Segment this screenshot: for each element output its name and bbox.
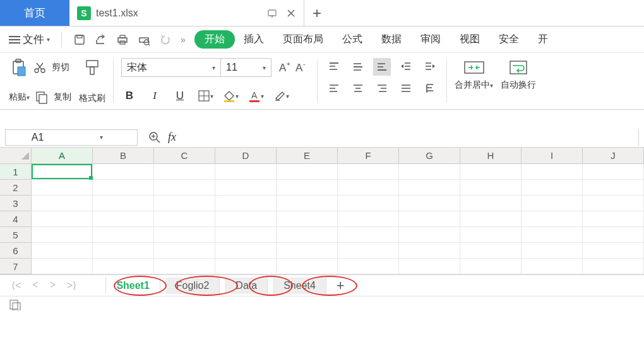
borders-button[interactable]: ▾ [197,88,213,104]
sheet-tab-1[interactable]: Sheet1 [105,278,160,294]
cell[interactable] [583,227,644,243]
name-box[interactable]: A1 ▾ [5,129,138,146]
paste-icon[interactable] [9,58,28,77]
cell[interactable] [338,196,399,211]
sheet-nav-first-icon[interactable]: ⟨< [11,279,21,291]
save-icon[interactable] [73,33,86,46]
sheet-tab-3[interactable]: Data [225,278,268,294]
cell[interactable] [277,259,338,274]
cell[interactable] [522,180,583,196]
cell[interactable] [460,164,522,180]
decrease-font-icon[interactable]: A- [293,59,309,76]
row-header[interactable]: 6 [0,243,32,259]
close-tab-icon[interactable] [286,8,296,18]
cell-grid[interactable]: A B C D E F G H I J 1 2 3 4 5 6 7 [0,148,644,274]
auto-wrap-button[interactable]: 自动换行 [501,58,536,104]
select-all-corner[interactable] [0,148,32,164]
cell[interactable] [215,180,277,196]
clear-format-button[interactable]: ▾ [273,88,289,104]
cell[interactable] [154,243,215,259]
cell[interactable] [277,164,338,180]
merge-center-button[interactable]: 合并居中▾ [455,58,493,104]
new-tab-button[interactable]: + [304,0,330,26]
cell[interactable] [399,164,460,180]
paste-label[interactable]: 粘贴▾ [9,91,30,103]
tab-page-layout[interactable]: 页面布局 [283,33,323,46]
cell[interactable] [154,164,215,180]
cell[interactable] [154,227,215,243]
column-header[interactable]: E [277,148,338,164]
cell[interactable] [32,196,93,211]
column-header[interactable]: J [583,148,644,164]
cell[interactable] [399,211,460,227]
cell[interactable] [93,196,154,211]
font-size-dropdown[interactable]: 11▾ [221,58,271,77]
copy-label[interactable]: 复制 [54,91,71,103]
column-header[interactable]: B [93,148,154,164]
column-header[interactable]: G [399,148,460,164]
align-middle-button[interactable] [349,58,367,76]
column-header[interactable]: F [338,148,399,164]
app-menu-button[interactable]: 文件 ▾ [9,32,50,47]
cell[interactable] [522,196,583,211]
cell[interactable] [338,211,399,227]
tab-review[interactable]: 审阅 [420,33,441,46]
bold-button[interactable]: B [121,88,138,104]
row-header[interactable]: 5 [0,227,32,243]
column-header[interactable]: I [522,148,583,164]
cell[interactable] [522,164,583,180]
align-left-button[interactable] [325,79,343,97]
cell[interactable] [32,211,93,227]
column-header[interactable]: H [460,148,522,164]
undo-icon[interactable] [159,33,172,46]
window-display-icon[interactable] [267,8,277,18]
row-header[interactable]: 1 [0,164,32,180]
cell[interactable] [154,259,215,274]
tab-security[interactable]: 安全 [499,33,519,46]
cell[interactable] [277,211,338,227]
cell[interactable] [215,259,277,274]
row-header[interactable]: 4 [0,211,32,227]
fill-color-button[interactable]: ▾ [222,88,239,104]
cut-icon[interactable] [33,61,47,74]
tab-data[interactable]: 数据 [381,33,402,46]
cell[interactable] [522,243,583,259]
decrease-indent-button[interactable] [397,58,415,76]
align-center-button[interactable] [349,79,367,97]
cell[interactable] [583,180,644,196]
cell[interactable] [93,164,154,180]
cell[interactable] [215,164,277,180]
tab-view[interactable]: 视图 [460,33,480,46]
cell[interactable] [522,227,583,243]
cell[interactable] [277,227,338,243]
row-header[interactable]: 3 [0,196,32,211]
cell[interactable] [93,211,154,227]
cell[interactable] [215,196,277,211]
cell[interactable] [522,259,583,274]
document-tab[interactable]: S test1.xlsx [69,0,304,26]
cell[interactable] [93,259,154,274]
sheet-nav-next-icon[interactable]: > [50,279,56,291]
cell[interactable] [583,164,644,180]
font-color-button[interactable]: A▾ [247,88,264,104]
cell[interactable] [277,243,338,259]
cell[interactable] [399,180,460,196]
cell[interactable] [338,180,399,196]
cell[interactable] [338,243,399,259]
sheet-tab-4[interactable]: Sheet4 [273,278,326,294]
cell[interactable] [460,259,522,274]
cell[interactable] [460,180,522,196]
sheet-nav-last-icon[interactable]: >⟩ [67,279,76,291]
cell[interactable] [154,211,215,227]
cell[interactable] [154,180,215,196]
cell[interactable] [583,211,644,227]
cell[interactable] [32,243,93,259]
cell[interactable] [154,196,215,211]
cell[interactable] [399,227,460,243]
cell[interactable] [460,211,522,227]
cell[interactable] [583,196,644,211]
cell[interactable] [93,180,154,196]
cell[interactable] [277,196,338,211]
sheet-nav-prev-icon[interactable]: < [32,279,38,291]
cell[interactable] [583,243,644,259]
